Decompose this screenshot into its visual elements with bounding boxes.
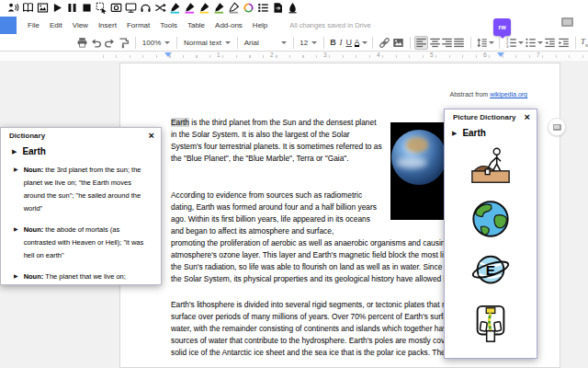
play-pronunciation-icon[interactable]: ▶ <box>452 130 457 137</box>
picture-dictionary-icon[interactable] <box>36 2 49 15</box>
italic-button[interactable]: I <box>337 38 345 47</box>
chevron-down-icon <box>281 41 287 44</box>
align-center-button[interactable] <box>428 36 440 50</box>
highlighter-yellow-icon[interactable] <box>198 2 210 15</box>
menu-bar: File Edit View Insert Format Tools Table… <box>0 16 588 34</box>
earth-photo[interactable] <box>390 122 449 220</box>
abstract-line: Abstract from wikipedia.org <box>450 91 527 98</box>
dictionary-panel-title: Dictionary <box>9 132 45 140</box>
chevron-down-icon[interactable] <box>518 41 524 44</box>
text-color-button[interactable]: A <box>353 38 361 47</box>
undo-icon[interactable] <box>90 36 102 50</box>
bold-button[interactable]: B <box>329 38 337 47</box>
add-comment-button[interactable] <box>548 118 566 136</box>
chevron-down-icon[interactable] <box>362 41 368 44</box>
comment-bubble-icon[interactable] <box>561 17 573 27</box>
chevron-down-icon[interactable] <box>537 41 543 44</box>
pause-icon[interactable] <box>65 2 78 15</box>
paragraph-1[interactable]: Earth is the third planet from the Sun a… <box>171 117 382 165</box>
menu-view[interactable]: View <box>73 21 88 29</box>
menu-file[interactable]: File <box>28 21 40 29</box>
chevron-down-icon <box>225 41 231 44</box>
font-select[interactable]: Arial <box>244 39 287 47</box>
voice-note-icon[interactable] <box>286 2 299 15</box>
menu-table[interactable]: Table <box>187 21 205 29</box>
justify-button[interactable] <box>453 36 465 50</box>
bulleted-list-icon[interactable] <box>525 36 537 50</box>
ruler-number: 4 <box>377 52 380 58</box>
decrease-indent-icon[interactable] <box>544 36 556 50</box>
collect-highlights-icon[interactable] <box>242 2 254 15</box>
ruler-ticks <box>103 55 588 58</box>
definition-item: ▶ Noun:the abode of mortals (as contrast… <box>14 224 153 262</box>
translator-icon[interactable] <box>153 2 166 15</box>
clear-highlights-icon[interactable] <box>227 2 240 15</box>
highlighter-magenta-icon[interactable] <box>183 2 196 15</box>
line-spacing-icon[interactable] <box>476 36 488 50</box>
save-status-text: All changes saved in Drive <box>289 21 370 29</box>
align-left-button[interactable] <box>414 36 428 50</box>
right-indent-marker[interactable] <box>497 52 504 57</box>
zoom-select[interactable]: 100% <box>142 39 170 47</box>
google-docs-window: File Edit View Insert Format Tools Table… <box>0 0 588 368</box>
planet-earth-image[interactable]: E <box>469 250 513 293</box>
definition-item: ▶ Noun:the 3rd planet from the sun; the … <box>14 164 153 215</box>
comment-icon <box>553 124 561 131</box>
play-definition-icon[interactable]: ▶ <box>14 272 18 283</box>
menu-addons[interactable]: Add-ons <box>215 21 243 29</box>
screenshot-reader-icon[interactable] <box>109 2 122 15</box>
click-to-speak-icon[interactable] <box>95 2 107 15</box>
docs-logo-fragment[interactable] <box>0 17 17 34</box>
chevron-down-icon[interactable] <box>489 41 494 44</box>
digging-earth-image[interactable] <box>469 145 513 188</box>
ruler-number: 5 <box>430 52 434 58</box>
electrical-earth-plug-image[interactable] <box>469 303 513 345</box>
menu-format[interactable]: Format <box>127 21 150 29</box>
menu-edit[interactable]: Edit <box>50 21 62 29</box>
insert-image-icon[interactable] <box>392 36 404 50</box>
screen-mask-icon[interactable] <box>124 2 137 15</box>
picture-dictionary-panel: Picture Dictionary × ▶ Earth <box>444 109 537 359</box>
play-icon[interactable] <box>51 2 63 15</box>
audio-maker-icon[interactable] <box>139 2 152 15</box>
menu-tools[interactable]: Tools <box>160 21 177 29</box>
align-right-button[interactable] <box>441 36 453 50</box>
numbered-list-icon[interactable]: 123 <box>505 36 517 50</box>
paragraph-2-wrapped[interactable]: According to evidence from sources such … <box>171 190 382 237</box>
paragraph-style-select[interactable]: Normal text <box>184 39 231 47</box>
menu-help[interactable]: Help <box>253 21 267 29</box>
redo-icon[interactable] <box>104 36 116 50</box>
abstract-prefix: Abstract from <box>450 91 491 98</box>
play-pronunciation-icon[interactable]: ▶ <box>12 148 17 155</box>
earth-globe-graphic <box>391 130 447 185</box>
readwrite-extension-toolbar <box>0 0 588 16</box>
dictionary-icon[interactable] <box>21 2 34 15</box>
highlighter-cyan-icon[interactable] <box>168 2 181 15</box>
wikipedia-link[interactable]: wikipedia.org <box>490 91 527 98</box>
print-icon[interactable] <box>76 36 88 50</box>
clear-formatting-button[interactable]: Tx <box>581 37 588 48</box>
paint-format-icon[interactable] <box>118 36 130 50</box>
ruler: 1 2 3 4 5 6 7 <box>0 52 588 61</box>
highlighted-word[interactable]: Earth <box>171 118 189 127</box>
insert-link-icon[interactable] <box>379 36 390 50</box>
speak-icon[interactable] <box>6 2 19 15</box>
ruler-number: 1 <box>217 52 220 58</box>
left-indent-marker[interactable] <box>164 52 172 57</box>
paragraph-1-text: is the third planet from the Sun and the… <box>171 118 382 163</box>
definition-item: ▶ Noun:The planet that we live on; <box>14 270 153 283</box>
readwrite-extension-badge[interactable]: rw <box>493 18 511 36</box>
underline-button[interactable]: U <box>345 38 353 47</box>
close-icon[interactable]: × <box>525 113 530 121</box>
increase-indent-icon[interactable] <box>558 36 570 50</box>
play-definition-icon[interactable]: ▶ <box>14 225 18 262</box>
simplify-icon[interactable] <box>271 2 284 15</box>
stop-icon[interactable] <box>80 2 93 15</box>
close-icon[interactable]: × <box>149 132 154 140</box>
font-size-select[interactable]: 12 <box>300 39 317 47</box>
menu-insert[interactable]: Insert <box>98 21 117 29</box>
highlighter-green-icon[interactable] <box>212 2 225 15</box>
globe-earth-image[interactable] <box>469 198 513 240</box>
play-definition-icon[interactable]: ▶ <box>14 166 18 215</box>
vocabulary-list-icon[interactable] <box>256 2 269 15</box>
